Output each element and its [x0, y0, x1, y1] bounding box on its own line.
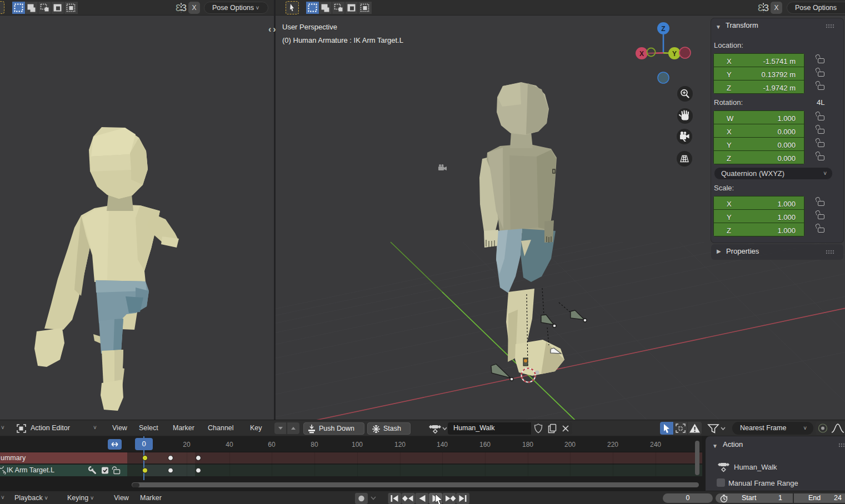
svg-text:3: 3	[758, 3, 763, 13]
svg-text:Z: Z	[661, 25, 665, 33]
svg-text:3: 3	[176, 3, 181, 13]
svg-text:Y: Y	[672, 50, 677, 58]
svg-text:X: X	[639, 50, 644, 58]
svg-text:3: 3	[763, 3, 768, 13]
svg-text:3: 3	[181, 3, 186, 13]
